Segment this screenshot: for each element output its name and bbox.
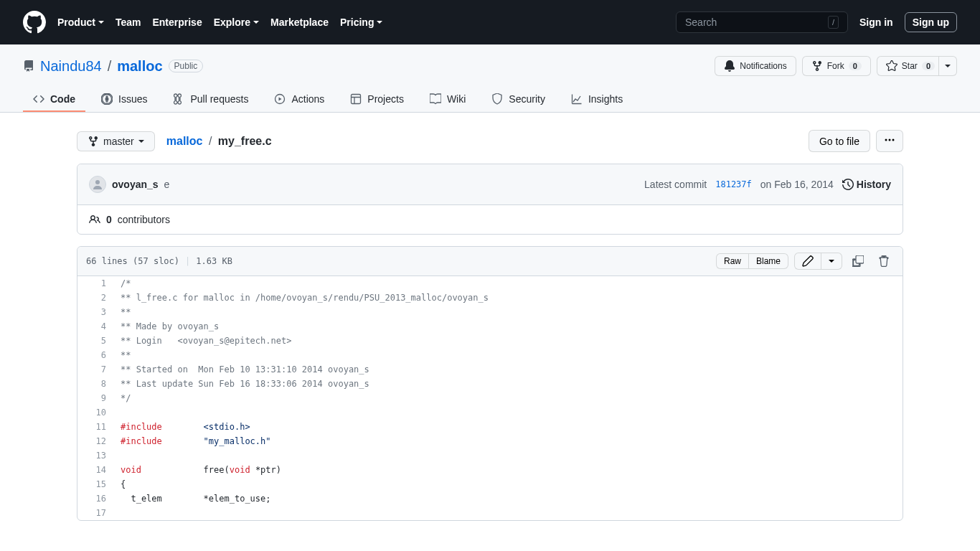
nav-explore[interactable]: Explore — [214, 17, 259, 28]
edit-menu-button[interactable] — [821, 253, 842, 270]
fork-icon — [811, 60, 823, 72]
blame-button[interactable]: Blame — [748, 253, 788, 269]
nav-marketplace[interactable]: Marketplace — [270, 17, 329, 28]
star-button[interactable]: Star 0 — [877, 56, 944, 76]
star-count: 0 — [922, 62, 935, 70]
nav-pricing[interactable]: Pricing — [340, 17, 382, 28]
svg-point-0 — [105, 98, 109, 101]
delete-button[interactable] — [874, 253, 894, 270]
github-logo[interactable] — [23, 11, 46, 34]
commit-author-section: ovoyan_s e — [89, 176, 169, 193]
code-line: 9*/ — [77, 391, 903, 405]
breadcrumb-root[interactable]: malloc — [166, 135, 203, 147]
chevron-down-icon — [253, 21, 259, 24]
repo-actions: Notifications Fork 0 Star 0 — [715, 56, 957, 76]
line-number[interactable]: 7 — [77, 362, 113, 377]
avatar[interactable] — [89, 176, 106, 193]
repo-name-link[interactable]: malloc — [117, 58, 162, 75]
line-content: { — [113, 477, 903, 491]
go-to-file-button[interactable]: Go to file — [809, 130, 870, 152]
repo-owner-link[interactable]: Naindu84 — [40, 58, 102, 75]
code-line: 1/* — [77, 276, 903, 291]
history-button[interactable]: History — [842, 179, 891, 190]
line-number[interactable]: 3 — [77, 305, 113, 319]
tab-security[interactable]: Security — [481, 88, 555, 112]
branch-select-button[interactable]: master — [77, 131, 155, 151]
nav-product[interactable]: Product — [57, 17, 104, 28]
latest-commit-label: Latest commit — [644, 179, 707, 190]
nav-team[interactable]: Team — [116, 17, 141, 28]
tab-issues[interactable]: Issues — [91, 88, 157, 112]
line-number[interactable]: 15 — [77, 477, 113, 491]
line-number[interactable]: 13 — [77, 448, 113, 463]
line-content: #include <stdio.h> — [113, 420, 903, 434]
breadcrumb-current: my_free.c — [218, 135, 272, 147]
code-line: 11#include <stdio.h> — [77, 420, 903, 434]
chevron-down-icon — [945, 65, 951, 67]
tab-actions[interactable]: Actions — [264, 88, 334, 112]
line-number[interactable]: 16 — [77, 491, 113, 506]
line-number[interactable]: 8 — [77, 377, 113, 391]
commit-author[interactable]: ovoyan_s — [112, 179, 159, 190]
line-number[interactable]: 5 — [77, 334, 113, 348]
line-content: */ — [113, 391, 903, 405]
more-options-button[interactable] — [876, 130, 903, 152]
line-number[interactable]: 2 — [77, 291, 113, 305]
commit-sha[interactable]: 181237f — [715, 179, 752, 189]
header-left: Product Team Enterprise Explore Marketpl… — [23, 11, 382, 34]
tab-code[interactable]: Code — [23, 88, 85, 112]
star-icon — [886, 60, 897, 72]
contributors-row: 0 contributors — [77, 205, 903, 234]
code-line: 10 — [77, 405, 903, 420]
kebab-icon — [884, 134, 895, 146]
tab-wiki[interactable]: Wiki — [420, 88, 476, 112]
line-number[interactable]: 12 — [77, 434, 113, 448]
svg-point-4 — [889, 139, 891, 141]
line-number[interactable]: 17 — [77, 506, 113, 520]
bell-icon — [724, 60, 735, 72]
tab-projects[interactable]: Projects — [340, 88, 414, 112]
search-box[interactable]: / — [676, 11, 848, 33]
line-content: ** Started on Mon Feb 10 13:31:10 2014 o… — [113, 362, 903, 377]
commit-date: on Feb 16, 2014 — [760, 179, 834, 190]
line-number[interactable]: 9 — [77, 391, 113, 405]
line-content: t_elem *elem_to_use; — [113, 491, 903, 506]
repo-header: Naindu84 / malloc Public Notifications F… — [0, 44, 980, 113]
code-line: 16 t_elem *elem_to_use; — [77, 491, 903, 506]
svg-point-5 — [892, 139, 895, 141]
commit-message[interactable]: e — [164, 179, 170, 190]
line-number[interactable]: 11 — [77, 420, 113, 434]
svg-point-3 — [885, 139, 887, 141]
global-header: Product Team Enterprise Explore Marketpl… — [0, 0, 980, 44]
notifications-button[interactable]: Notifications — [715, 56, 796, 76]
line-content: ** Login <ovoyan_s@epitech.net> — [113, 334, 903, 348]
star-menu-button[interactable] — [938, 56, 957, 76]
edit-button[interactable] — [794, 253, 821, 270]
line-number[interactable]: 10 — [77, 405, 113, 420]
fork-count: 0 — [849, 62, 862, 70]
signup-button[interactable]: Sign up — [905, 12, 957, 32]
main-container: master malloc / my_free.c Go to file ovo… — [54, 113, 926, 538]
line-number[interactable]: 1 — [77, 276, 113, 291]
tab-pull-requests[interactable]: Pull requests — [163, 88, 258, 112]
people-icon — [89, 214, 100, 225]
line-number[interactable]: 4 — [77, 319, 113, 334]
raw-button[interactable]: Raw — [716, 253, 749, 269]
chevron-down-icon — [377, 21, 382, 24]
repo-icon — [23, 60, 34, 72]
slash-key-icon: / — [828, 16, 839, 29]
signin-link[interactable]: Sign in — [859, 17, 893, 28]
search-input[interactable] — [685, 17, 814, 28]
line-number[interactable]: 6 — [77, 348, 113, 362]
copy-button[interactable] — [848, 253, 868, 270]
breadcrumb: malloc / my_free.c — [166, 135, 272, 148]
fork-button[interactable]: Fork 0 — [802, 56, 871, 76]
chevron-down-icon — [829, 260, 834, 263]
file-navigation: master malloc / my_free.c Go to file — [77, 130, 903, 152]
nav-enterprise[interactable]: Enterprise — [152, 17, 202, 28]
pencil-icon — [802, 255, 814, 267]
branch-icon — [88, 136, 99, 147]
tab-insights[interactable]: Insights — [561, 88, 633, 112]
line-number[interactable]: 14 — [77, 463, 113, 477]
repo-tabs: Code Issues Pull requests Actions Projec… — [23, 88, 957, 112]
